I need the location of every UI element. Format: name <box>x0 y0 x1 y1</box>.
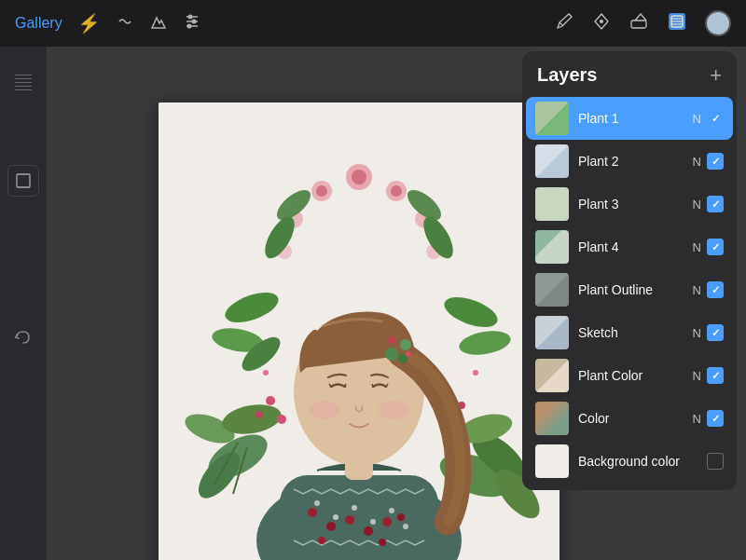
svg-point-78 <box>388 336 395 344</box>
layers-list: Plant 1NPlant 2NPlant 3NPlant 4NPlant Ou… <box>522 97 737 483</box>
layer-name-plant2: Plant 2 <box>569 154 693 169</box>
layers-header: Layers + <box>522 64 737 97</box>
svg-line-70 <box>345 384 346 387</box>
svg-point-28 <box>316 185 327 197</box>
toolbar: Gallery ⚡ <box>0 0 746 47</box>
layer-checkbox-plant4[interactable] <box>707 239 724 255</box>
svg-point-65 <box>318 537 325 544</box>
svg-point-63 <box>382 517 392 526</box>
svg-point-64 <box>397 513 405 521</box>
transform-sidebar-button[interactable] <box>7 165 39 197</box>
brush-size-slider[interactable] <box>15 75 32 90</box>
svg-point-40 <box>256 411 263 418</box>
svg-point-76 <box>400 339 411 350</box>
layer-thumb-plant3 <box>535 187 569 221</box>
svg-point-62 <box>364 526 373 536</box>
layer-row-plant1[interactable]: Plant 1N <box>526 97 733 140</box>
layer-checkbox-plant1[interactable] <box>707 110 724 127</box>
layer-mode-sketch: N <box>693 326 701 340</box>
layer-mode-color: N <box>693 412 701 426</box>
layer-mode-plant4: N <box>693 240 701 254</box>
svg-point-58 <box>403 524 408 529</box>
selection-tool-icon[interactable] <box>149 12 168 35</box>
layer-mode-plant3: N <box>693 198 701 212</box>
svg-line-71 <box>372 384 373 387</box>
layers-title: Layers <box>537 64 598 86</box>
layers-panel-icon[interactable] <box>666 10 688 37</box>
svg-point-61 <box>345 515 354 525</box>
eraser-icon[interactable] <box>629 11 649 36</box>
artwork-canvas[interactable] <box>159 102 560 560</box>
layer-name-sketch: Sketch <box>569 325 693 340</box>
layer-checkbox-empty-bgcolor[interactable] <box>707 453 724 470</box>
svg-point-5 <box>186 23 191 28</box>
layer-checkbox-color[interactable] <box>707 410 724 427</box>
layer-row-bgcolor[interactable]: Background color <box>526 440 733 483</box>
svg-rect-13 <box>17 174 30 187</box>
layer-thumb-plant2 <box>535 144 569 178</box>
svg-point-44 <box>263 370 269 376</box>
svg-point-74 <box>379 401 408 419</box>
layer-mode-plant2: N <box>693 155 701 169</box>
layer-name-color: Color <box>569 411 693 426</box>
svg-point-30 <box>391 185 402 197</box>
transform-tool-icon[interactable] <box>116 12 134 35</box>
svg-point-45 <box>473 370 478 376</box>
undo-button[interactable] <box>13 327 34 351</box>
svg-point-39 <box>266 396 275 405</box>
layer-row-plantoutline[interactable]: Plant OutlineN <box>526 268 733 311</box>
layer-row-sketch[interactable]: SketchN <box>526 311 733 354</box>
layer-checkbox-plantcolor[interactable] <box>707 367 724 384</box>
layer-thumb-plant1 <box>535 102 569 135</box>
layer-row-color[interactable]: ColorN <box>526 397 733 440</box>
layer-thumb-sketch <box>535 316 569 349</box>
layer-mode-plant1: N <box>693 112 701 126</box>
layer-row-plant2[interactable]: Plant 2N <box>526 140 733 183</box>
svg-point-53 <box>314 500 320 506</box>
layer-name-plant4: Plant 4 <box>569 239 693 254</box>
svg-point-26 <box>352 170 366 184</box>
svg-point-54 <box>333 514 338 520</box>
layers-add-button[interactable]: + <box>710 65 722 86</box>
gallery-button[interactable]: Gallery <box>15 15 62 32</box>
ink-pen-icon[interactable] <box>591 11 612 36</box>
layer-checkbox-plantoutline[interactable] <box>707 281 724 298</box>
left-sidebar <box>0 47 47 560</box>
layer-row-plant4[interactable]: Plant 4N <box>526 225 733 268</box>
svg-point-56 <box>370 519 376 525</box>
layer-row-plant3[interactable]: Plant 3N <box>526 183 733 225</box>
svg-point-3 <box>191 19 196 23</box>
svg-rect-7 <box>631 20 646 28</box>
layer-checkbox-plant3[interactable] <box>707 196 724 212</box>
svg-point-66 <box>379 539 386 546</box>
layer-mode-plantcolor: N <box>693 369 701 383</box>
layer-name-plant3: Plant 3 <box>569 197 693 212</box>
svg-point-6 <box>600 20 603 23</box>
layer-checkbox-plant2[interactable] <box>707 153 724 170</box>
layer-mode-plantoutline: N <box>693 283 701 297</box>
layer-thumb-plantcolor <box>535 359 569 392</box>
svg-rect-52 <box>280 475 438 560</box>
pencil-icon[interactable] <box>554 11 574 36</box>
svg-point-55 <box>352 505 357 511</box>
color-swatch[interactable] <box>705 10 731 36</box>
layer-checkbox-sketch[interactable] <box>707 324 724 341</box>
layer-name-plantcolor: Plant Color <box>569 368 693 383</box>
svg-point-57 <box>389 508 394 513</box>
layer-name-plant1: Plant 1 <box>569 111 693 126</box>
layer-thumb-color <box>535 402 569 435</box>
svg-point-73 <box>310 401 339 419</box>
layer-row-plantcolor[interactable]: Plant ColorN <box>526 354 733 397</box>
svg-point-1 <box>187 14 192 19</box>
svg-point-75 <box>385 348 398 361</box>
svg-point-79 <box>406 351 411 357</box>
layer-name-plantoutline: Plant Outline <box>569 282 693 297</box>
svg-point-59 <box>308 508 317 517</box>
adjustment-tool-icon[interactable] <box>183 12 201 35</box>
layer-thumb-bgcolor <box>535 444 569 478</box>
layer-name-bgcolor: Background color <box>569 454 707 469</box>
modify-tool-icon[interactable]: ⚡ <box>77 12 101 34</box>
layer-thumb-plantoutline <box>535 273 569 307</box>
layer-thumb-plant4 <box>535 230 569 264</box>
svg-point-60 <box>326 522 336 531</box>
